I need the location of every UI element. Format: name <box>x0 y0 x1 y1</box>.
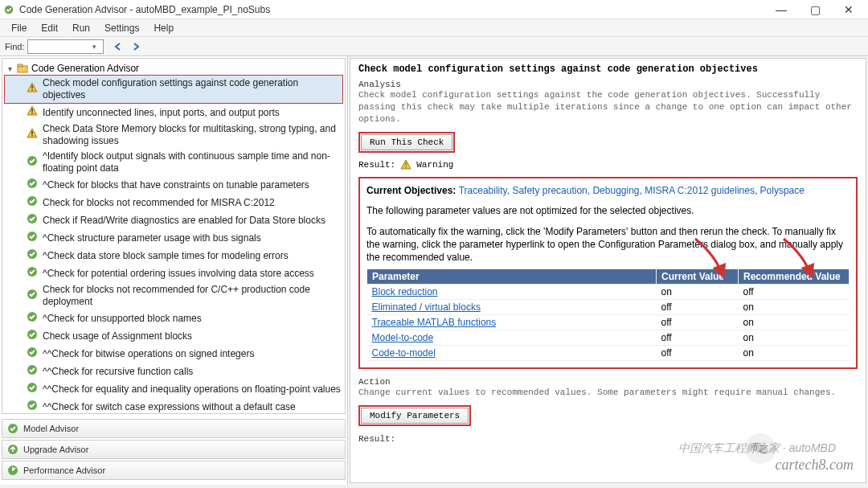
parameter-link[interactable]: Block reduction <box>367 285 657 300</box>
svg-rect-7 <box>31 109 33 112</box>
svg-rect-35 <box>405 162 407 166</box>
modify-params-highlight: Modify Parameters <box>358 405 471 426</box>
tree-item[interactable]: ^Check for blocks that have constraints … <box>4 176 343 194</box>
tree-item-label: ^^Check for bitwise operations on signed… <box>43 348 254 360</box>
model-advisor-label: Model Advisor <box>23 424 79 433</box>
close-button[interactable]: ✕ <box>833 1 865 18</box>
table-row: Block reductiononoff <box>367 285 850 300</box>
pass-icon <box>27 248 38 263</box>
find-label: Find: <box>5 42 24 51</box>
pass-icon <box>7 423 18 434</box>
tree-item[interactable]: ^^Check for recursive function calls <box>4 363 343 380</box>
tree-item[interactable]: ^Check for unsupported block names <box>4 310 343 327</box>
upgrade-icon <box>7 444 18 455</box>
run-check-button[interactable]: Run This Check <box>361 134 452 150</box>
upgrade-advisor-button[interactable]: Upgrade Advisor <box>2 440 346 459</box>
warning-icon <box>27 105 38 120</box>
pass-icon <box>27 213 38 228</box>
maximize-button[interactable]: ▢ <box>799 1 831 18</box>
tree-item-label: ^Check for blocks that have constraints … <box>43 179 309 191</box>
tree-item[interactable]: ^Check structure parameter usage with bu… <box>4 229 343 247</box>
svg-rect-4 <box>31 85 33 88</box>
pass-icon <box>27 231 38 245</box>
left-panel: ▾ Code Generation Advisor Check model co… <box>0 56 348 485</box>
recommended-value: on <box>739 300 850 315</box>
objectives-list[interactable]: Traceability, Safety precaution, Debuggi… <box>459 185 805 196</box>
menu-settings[interactable]: Settings <box>98 21 145 35</box>
menubar: File Edit Run Settings Help <box>0 19 868 37</box>
objectives-label: Current Objectives: <box>366 185 459 196</box>
performance-icon <box>7 465 18 476</box>
col-current: Current Value <box>657 269 739 285</box>
pass-icon <box>27 155 38 170</box>
pass-icon <box>27 400 38 414</box>
tree-item[interactable]: ^^Check for equality and inequality oper… <box>4 380 343 398</box>
tree-item[interactable]: ^Check for potential ordering issues inv… <box>4 265 343 282</box>
result-details-box: Current Objectives: Traceability, Safety… <box>358 177 858 370</box>
tree-root[interactable]: ▾ Code Generation Advisor <box>4 62 343 75</box>
model-advisor-button[interactable]: Model Advisor <box>2 419 346 438</box>
menu-file[interactable]: File <box>5 21 33 35</box>
parameters-table: Parameter Current Value Recommended Valu… <box>366 269 850 361</box>
svg-rect-2 <box>18 64 23 67</box>
tree-item[interactable]: Check for blocks not recommended for C/C… <box>4 282 343 310</box>
tree-toggle-icon[interactable]: ▾ <box>6 64 14 73</box>
advisor-buttons: Model Advisor Upgrade Advisor Performanc… <box>0 416 347 485</box>
find-bar: Find: ▾ <box>0 37 868 56</box>
action-heading: Action <box>358 377 858 387</box>
app-icon <box>3 4 14 15</box>
table-row: Code-to-modeloffon <box>367 346 850 361</box>
find-next-button[interactable] <box>129 39 143 54</box>
tree-item[interactable]: Check usage of Assignment blocks <box>4 327 343 345</box>
tree-item[interactable]: Identify unconnected lines, input ports,… <box>4 104 343 121</box>
table-row: Model-to-codeoffon <box>367 330 850 346</box>
minimize-button[interactable]: — <box>765 1 797 18</box>
tree-item[interactable]: Check if Read/Write diagnostics are enab… <box>4 211 343 229</box>
pass-icon <box>27 195 38 210</box>
col-recommended: Recommended Value <box>739 269 850 285</box>
find-prev-button[interactable] <box>111 39 125 54</box>
tree-item-label: ^Check for potential ordering issues inv… <box>43 268 314 280</box>
upgrade-advisor-label: Upgrade Advisor <box>23 445 88 454</box>
tree-item-label: Check usage of Assignment blocks <box>43 330 192 342</box>
svg-rect-36 <box>405 166 407 168</box>
fix-instructions: To automatically fix the warning, click … <box>366 225 850 265</box>
pass-icon <box>27 289 38 303</box>
current-value: off <box>657 315 739 330</box>
tree-item[interactable]: Check for blocks not recommended for MIS… <box>4 194 343 211</box>
recommended-value: off <box>739 285 850 300</box>
tree-item[interactable]: ^Identify block output signals with cont… <box>4 149 343 176</box>
tree-item[interactable]: Check Data Store Memory blocks for multi… <box>4 121 343 149</box>
menu-run[interactable]: Run <box>66 21 96 35</box>
tree-item[interactable]: Check model configuration settings again… <box>4 75 343 104</box>
checks-tree[interactable]: ▾ Code Generation Advisor Check model co… <box>2 58 346 414</box>
performance-advisor-button[interactable]: Performance Advisor <box>2 461 346 480</box>
parameter-link[interactable]: Eliminated / virtual blocks <box>367 300 657 315</box>
tree-item-label: ^^Check for switch case expressions with… <box>43 401 296 413</box>
pass-icon <box>27 266 38 281</box>
menu-help[interactable]: Help <box>147 21 180 35</box>
warning-icon <box>27 82 38 96</box>
pass-icon <box>27 382 38 396</box>
find-dropdown-icon[interactable]: ▾ <box>92 43 96 51</box>
result2-label: Result: <box>358 434 858 444</box>
svg-rect-8 <box>31 113 33 114</box>
tree-item[interactable]: ^Check data store block sample times for… <box>4 247 343 265</box>
menu-edit[interactable]: Edit <box>35 21 64 35</box>
table-row: Eliminated / virtual blocksoffon <box>367 300 850 315</box>
svg-point-33 <box>12 470 14 471</box>
analysis-description: Check model configuration settings again… <box>358 89 858 125</box>
tree-item[interactable]: ^^Check for switch case expressions with… <box>4 398 343 414</box>
performance-advisor-label: Performance Advisor <box>23 465 105 475</box>
tree-item-label: Check for blocks not recommended for MIS… <box>43 197 275 209</box>
parameter-link[interactable]: Traceable MATLAB functions <box>367 315 657 330</box>
parameter-link[interactable]: Code-to-model <box>367 346 657 361</box>
tree-item-label: ^Check structure parameter usage with bu… <box>43 232 261 244</box>
svg-rect-11 <box>31 135 33 137</box>
current-value: off <box>657 330 739 346</box>
window-title: Code Generation Advisor - autoMBD_exampl… <box>19 4 765 15</box>
modify-parameters-button[interactable]: Modify Parameters <box>361 408 469 424</box>
pass-icon <box>27 364 38 379</box>
parameter-link[interactable]: Model-to-code <box>367 330 657 346</box>
tree-item[interactable]: ^^Check for bitwise operations on signed… <box>4 345 343 363</box>
